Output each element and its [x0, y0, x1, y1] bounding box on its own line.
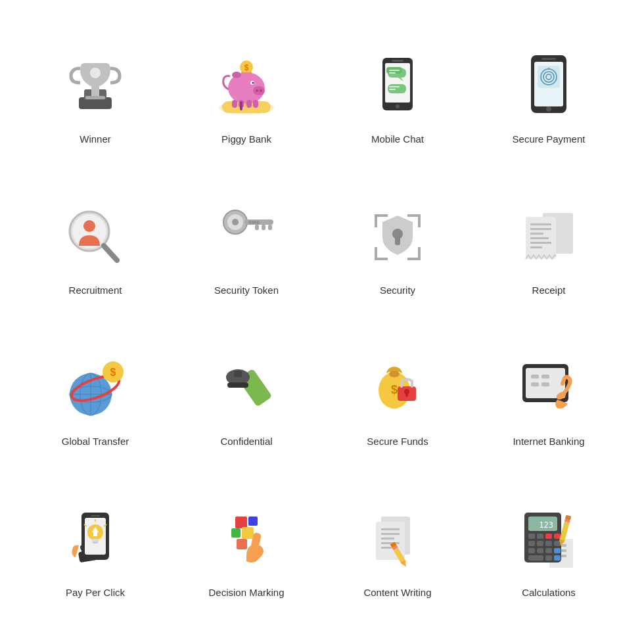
- svg-point-13: [260, 89, 262, 92]
- svg-rect-62: [530, 233, 543, 235]
- security-token-icon: 0000: [207, 198, 286, 277]
- svg-text:$: $: [110, 367, 116, 378]
- svg-rect-105: [235, 517, 247, 528]
- svg-rect-133: [545, 534, 552, 539]
- svg-rect-137: [545, 541, 552, 546]
- svg-rect-132: [537, 534, 543, 539]
- calculations-label: Calculations: [522, 587, 576, 598]
- svg-text:$: $: [391, 383, 398, 396]
- svg-rect-32: [389, 86, 400, 87]
- icon-cell-content-writing: Content Writing: [325, 476, 470, 621]
- piggy-bank-icon: $: [207, 47, 286, 126]
- security-label: Security: [380, 285, 415, 296]
- icon-cell-confidential: Confidential: [174, 325, 319, 470]
- svg-point-4: [90, 68, 101, 78]
- mobile-chat-icon: [358, 47, 437, 126]
- svg-rect-89: [531, 382, 539, 386]
- svg-rect-115: [381, 542, 400, 544]
- svg-rect-52: [255, 225, 259, 230]
- svg-text:0000: 0000: [248, 220, 260, 225]
- security-icon: [358, 198, 437, 277]
- secure-funds-label: Secure Funds: [367, 436, 428, 447]
- svg-rect-108: [242, 527, 254, 539]
- svg-rect-143: [528, 555, 543, 561]
- svg-point-37: [546, 106, 551, 112]
- piggy-bank-label: Piggy Bank: [221, 133, 271, 145]
- svg-rect-140: [537, 548, 543, 553]
- svg-rect-112: [381, 528, 400, 530]
- svg-rect-99: [93, 541, 98, 543]
- svg-rect-17: [232, 100, 237, 108]
- svg-rect-3: [85, 96, 105, 99]
- svg-rect-54: [268, 225, 272, 230]
- svg-rect-53: [262, 225, 265, 230]
- svg-rect-2: [91, 87, 99, 97]
- svg-rect-24: [392, 60, 403, 62]
- icon-cell-internet-banking: Internet Banking: [476, 325, 621, 470]
- svg-point-15: [252, 81, 254, 83]
- svg-rect-141: [545, 548, 552, 553]
- svg-rect-131: [528, 534, 535, 539]
- icon-cell-winner: Winner: [23, 23, 168, 168]
- svg-rect-116: [381, 547, 392, 549]
- svg-rect-78: [227, 382, 248, 388]
- pay-per-click-label: Pay Per Click: [66, 587, 125, 598]
- svg-point-16: [232, 72, 241, 78]
- svg-rect-29: [389, 70, 400, 71]
- svg-point-11: [253, 86, 265, 95]
- svg-rect-61: [530, 228, 551, 230]
- svg-rect-36: [541, 58, 556, 60]
- icon-cell-recruitment: Recruitment: [23, 174, 168, 319]
- mobile-chat-label: Mobile Chat: [371, 133, 424, 145]
- icon-grid: Winner $: [10, 10, 634, 634]
- security-token-label: Security Token: [214, 285, 279, 296]
- confidential-label: Confidential: [220, 436, 272, 447]
- svg-rect-88: [541, 375, 549, 379]
- icon-cell-piggy-bank: $ Pi: [174, 23, 319, 168]
- svg-rect-138: [554, 541, 561, 546]
- decision-marking-icon: [207, 500, 286, 579]
- icon-cell-secure-funds: $ Secure Funds: [325, 325, 470, 470]
- icon-cell-security-token: 0000 Security Token: [174, 174, 319, 319]
- svg-point-50: [232, 219, 239, 225]
- secure-payment-icon: [509, 47, 588, 126]
- svg-text:$: $: [244, 63, 249, 72]
- secure-funds-icon: $: [358, 349, 437, 428]
- svg-rect-114: [381, 538, 394, 540]
- svg-rect-57: [395, 237, 400, 245]
- winner-label: Winner: [80, 133, 111, 145]
- svg-rect-107: [231, 528, 241, 538]
- svg-rect-139: [528, 548, 535, 553]
- internet-banking-icon: [509, 349, 588, 428]
- svg-rect-106: [248, 517, 258, 526]
- icon-cell-security: Security: [325, 174, 470, 319]
- svg-rect-19: [246, 100, 252, 108]
- svg-rect-63: [530, 237, 549, 239]
- svg-point-25: [396, 104, 400, 108]
- svg-rect-20: [253, 100, 258, 108]
- pay-per-click-icon: [56, 500, 135, 579]
- svg-rect-21: [240, 101, 242, 110]
- secure-payment-label: Secure Payment: [513, 133, 586, 145]
- svg-rect-65: [530, 246, 542, 248]
- svg-rect-33: [389, 89, 396, 90]
- global-transfer-icon: $: [56, 349, 135, 428]
- svg-rect-60: [530, 223, 551, 225]
- receipt-icon: [509, 198, 588, 277]
- internet-banking-label: Internet Banking: [513, 436, 584, 447]
- global-transfer-label: Global Transfer: [62, 436, 129, 447]
- svg-rect-136: [537, 541, 543, 546]
- content-writing-label: Content Writing: [363, 587, 431, 598]
- svg-rect-144: [545, 555, 552, 561]
- svg-rect-87: [531, 375, 539, 379]
- svg-rect-64: [530, 242, 551, 244]
- calculations-icon: 123: [509, 500, 588, 579]
- svg-line-47: [104, 246, 117, 260]
- icon-cell-secure-payment: Secure Payment: [476, 23, 621, 168]
- svg-rect-77: [234, 371, 242, 377]
- svg-rect-104: [93, 532, 97, 536]
- svg-rect-113: [381, 533, 400, 535]
- svg-rect-135: [528, 541, 535, 546]
- decision-marking-label: Decision Marking: [208, 587, 284, 598]
- recruitment-label: Recruitment: [69, 285, 122, 296]
